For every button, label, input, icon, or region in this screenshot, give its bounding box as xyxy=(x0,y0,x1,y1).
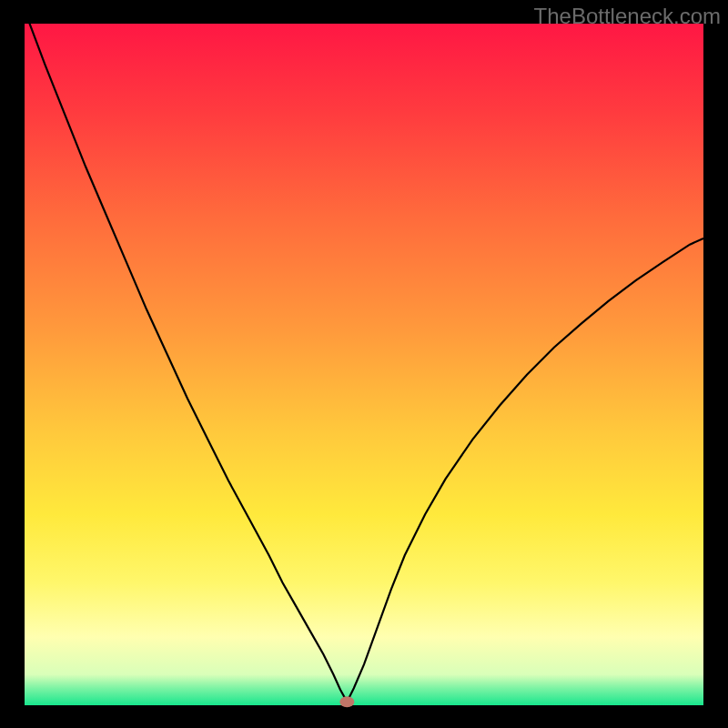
watermark-text: TheBottleneck.com xyxy=(534,4,721,29)
plot-area xyxy=(25,24,703,705)
chart-svg xyxy=(0,0,728,728)
marker-dot xyxy=(339,696,354,707)
bottleneck-chart: TheBottleneck.com xyxy=(0,0,728,728)
